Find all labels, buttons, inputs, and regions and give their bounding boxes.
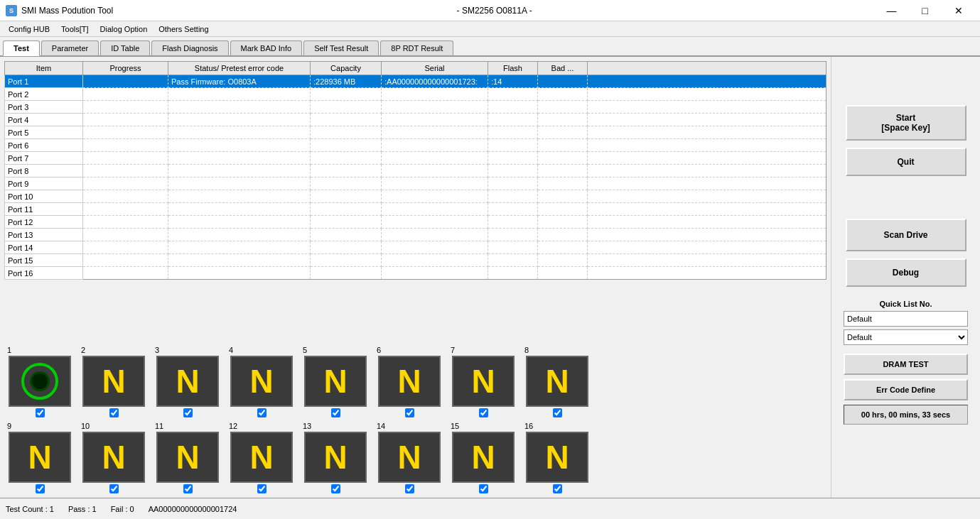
port-label: 15 bbox=[448, 422, 459, 430]
scan-drive-button[interactable]: Scan Drive bbox=[846, 219, 966, 251]
port-checkbox[interactable] bbox=[109, 408, 119, 417]
dram-test-button[interactable]: DRAM TEST bbox=[844, 354, 968, 375]
table-row[interactable]: Port 9 bbox=[5, 177, 826, 190]
port-checkbox[interactable] bbox=[405, 408, 414, 417]
col-header-bad: Bad ... bbox=[538, 62, 588, 75]
port-icon-box[interactable]: N bbox=[156, 356, 219, 407]
port-icon-box[interactable]: N bbox=[156, 432, 219, 483]
port-icon-box[interactable] bbox=[9, 356, 71, 407]
port-checkbox[interactable] bbox=[36, 408, 45, 417]
quit-button[interactable]: Quit bbox=[846, 148, 966, 176]
tab-mark-bad-info[interactable]: Mark BAD Info bbox=[230, 40, 303, 55]
port-item: 6N bbox=[374, 346, 445, 419]
debug-button[interactable]: Debug bbox=[846, 258, 966, 287]
quick-list-input[interactable] bbox=[844, 311, 968, 327]
tab-parameter[interactable]: Parameter bbox=[41, 40, 99, 55]
port-icon-box[interactable]: N bbox=[82, 356, 145, 407]
tab-test[interactable]: Test bbox=[3, 40, 40, 56]
table-row[interactable]: Port 7 bbox=[5, 152, 826, 165]
port-label: 10 bbox=[78, 422, 90, 430]
col-header-capacity: Capacity bbox=[311, 62, 382, 75]
port-icon-box[interactable]: N bbox=[304, 356, 367, 407]
ports-row1-container: 12N3N4N5N6N7N8N bbox=[0, 343, 831, 419]
port-checkbox[interactable] bbox=[36, 484, 45, 493]
col-header-flash: Flash bbox=[488, 62, 538, 75]
port-icon-box[interactable]: N bbox=[82, 432, 145, 483]
quick-list-label: Quick List No. bbox=[844, 300, 968, 308]
col-header-serial: Serial bbox=[382, 62, 488, 75]
port-checkbox[interactable] bbox=[479, 408, 488, 417]
port-item: 4N bbox=[226, 346, 297, 419]
menu-tools[interactable]: Tools[T] bbox=[55, 23, 95, 35]
right-panel: Start [Space Key] Quit Scan Drive Debug … bbox=[831, 57, 980, 498]
table-container: Item Progress Status/ Pretest error code… bbox=[0, 57, 831, 343]
table-row[interactable]: Port 11 bbox=[5, 203, 826, 216]
close-button[interactable]: ✕ bbox=[942, 0, 974, 21]
port-checkbox[interactable] bbox=[553, 484, 562, 493]
table-row[interactable]: Port 14 bbox=[5, 241, 826, 254]
port-icon-box[interactable]: N bbox=[526, 432, 588, 483]
port-icon-box[interactable]: N bbox=[230, 356, 293, 407]
port-label: 13 bbox=[300, 422, 311, 430]
table-row[interactable]: Port 1Pass Firmware: O0803A:228936 MB:AA… bbox=[5, 75, 826, 88]
port-label: 4 bbox=[226, 346, 233, 354]
table-row[interactable]: Port 8 bbox=[5, 165, 826, 177]
port-icon-box[interactable]: N bbox=[452, 356, 515, 407]
table-row[interactable]: Port 2 bbox=[5, 88, 826, 101]
app-name: SMI Mass Podution Tool bbox=[21, 6, 113, 16]
port-icon-box[interactable]: N bbox=[304, 432, 367, 483]
port-icon-box[interactable]: N bbox=[9, 432, 71, 483]
maximize-button[interactable]: □ bbox=[909, 0, 941, 21]
port-checkbox[interactable] bbox=[331, 484, 340, 493]
table-row[interactable]: Port 4 bbox=[5, 114, 826, 126]
port-checkbox[interactable] bbox=[257, 484, 266, 493]
port-icon-box[interactable]: N bbox=[378, 432, 441, 483]
table-row[interactable]: Port 10 bbox=[5, 190, 826, 203]
port-checkbox[interactable] bbox=[257, 408, 266, 417]
tab-8p-rdt-result[interactable]: 8P RDT Result bbox=[380, 40, 453, 55]
menu-config-hub[interactable]: Config HUB bbox=[3, 23, 55, 35]
port-label: 3 bbox=[152, 346, 159, 354]
tab-bar: Test Parameter ID Table Flash Diagnosis … bbox=[0, 37, 980, 57]
status-test-count: Test Count : 1 bbox=[6, 505, 54, 513]
title-bar: S SMI Mass Podution Tool - SM2256 O0811A… bbox=[0, 0, 980, 21]
table-row[interactable]: Port 3 bbox=[5, 101, 826, 114]
port-checkbox[interactable] bbox=[553, 408, 562, 417]
minimize-button[interactable]: — bbox=[876, 0, 908, 21]
tab-id-table[interactable]: ID Table bbox=[100, 40, 150, 55]
timer-display: 00 hrs, 00 mins, 33 secs bbox=[844, 405, 968, 425]
table-row[interactable]: Port 5 bbox=[5, 126, 826, 139]
port-checkbox[interactable] bbox=[331, 408, 340, 417]
quick-list-select[interactable]: Default bbox=[844, 329, 968, 345]
start-button[interactable]: Start [Space Key] bbox=[846, 105, 966, 141]
menu-others-setting[interactable]: Others Setting bbox=[153, 23, 214, 35]
port-icon-box[interactable]: N bbox=[526, 356, 588, 407]
port-item: 16N bbox=[522, 422, 593, 495]
port-checkbox[interactable] bbox=[183, 408, 193, 417]
status-pass: Pass : 1 bbox=[68, 505, 97, 513]
table-row[interactable]: Port 6 bbox=[5, 139, 826, 152]
port-checkbox[interactable] bbox=[183, 484, 193, 493]
tab-self-test-result[interactable]: Self Test Result bbox=[303, 40, 379, 55]
port-label: 2 bbox=[78, 346, 85, 354]
port-icon-box[interactable]: N bbox=[378, 356, 441, 407]
port-item: 14N bbox=[374, 422, 445, 495]
table-row[interactable]: Port 15 bbox=[5, 254, 826, 267]
port-checkbox[interactable] bbox=[405, 484, 414, 493]
table-row[interactable]: Port 12 bbox=[5, 216, 826, 229]
port-label: 6 bbox=[374, 346, 381, 354]
port-icon-box[interactable]: N bbox=[230, 432, 293, 483]
table-row[interactable]: Port 13 bbox=[5, 229, 826, 241]
port-label: 12 bbox=[226, 422, 237, 430]
menu-dialog-option[interactable]: Dialog Option bbox=[95, 23, 154, 35]
port-checkbox[interactable] bbox=[479, 484, 488, 493]
err-code-define-button[interactable]: Err Code Define bbox=[844, 379, 968, 400]
port-label: 8 bbox=[522, 346, 529, 354]
app-subtitle: - SM2256 O0811A - bbox=[457, 6, 532, 16]
port-item: 11N bbox=[152, 422, 223, 495]
port-label: 9 bbox=[4, 422, 11, 430]
port-icon-box[interactable]: N bbox=[452, 432, 515, 483]
table-row[interactable]: Port 16 bbox=[5, 267, 826, 280]
port-checkbox[interactable] bbox=[109, 484, 119, 493]
tab-flash-diagnosis[interactable]: Flash Diagnosis bbox=[151, 40, 228, 55]
